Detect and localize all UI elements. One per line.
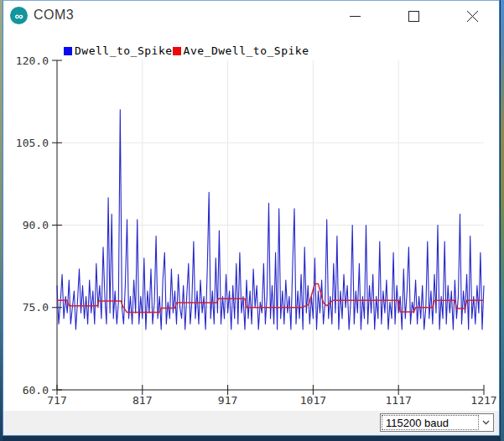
legend-label: Ave_Dwell_to_Spike (184, 44, 309, 57)
close-button[interactable] (453, 1, 491, 31)
legend-swatch-blue (64, 47, 72, 55)
title-bar[interactable]: ∞ COM3 (3, 1, 499, 31)
status-bar: 115200 baud (3, 411, 499, 435)
legend-item: Ave_Dwell_to_Spike (173, 44, 309, 57)
maximize-button[interactable] (394, 1, 433, 31)
baud-rate-value: 115200 baud (382, 417, 449, 429)
minimize-button[interactable] (335, 1, 374, 31)
chevron-down-icon (478, 420, 493, 425)
legend-item: Dwell_to_Spike (64, 44, 173, 57)
screen: { "window": { "title": "COM3", "app_icon… (0, 0, 504, 441)
maximize-icon (408, 11, 419, 22)
baud-selector-focus-area: 115200 baud (382, 416, 478, 429)
desktop-background-right (501, 0, 504, 441)
baud-rate-selector[interactable]: 115200 baud (380, 413, 494, 432)
serial-plotter-window: ∞ COM3 115200 baud (3, 0, 500, 436)
window-title: COM3 (34, 8, 74, 23)
arduino-logo-icon: ∞ (10, 7, 28, 24)
legend-label: Dwell_to_Spike (75, 44, 173, 57)
chart-legend: Dwell_to_Spike Ave_Dwell_to_Spike (64, 44, 309, 57)
close-icon (466, 10, 479, 23)
minimize-icon (350, 16, 361, 17)
legend-swatch-red (173, 47, 181, 55)
